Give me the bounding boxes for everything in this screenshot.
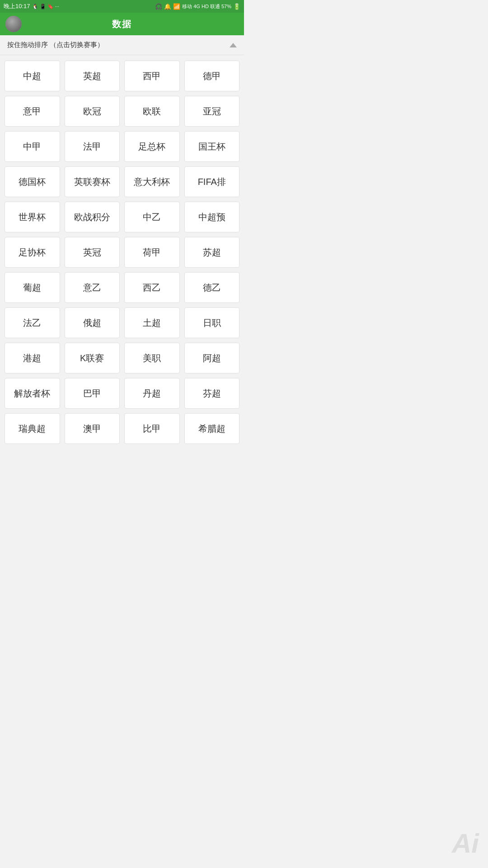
status-bar: 晚上10:17 🐧 📱 🔖 ··· 🎧 🔔 📶 移动 4G HD 联通 57% … bbox=[0, 0, 244, 13]
league-item[interactable]: 丹超 bbox=[124, 378, 180, 409]
league-item[interactable]: 中超 bbox=[5, 61, 60, 91]
league-item[interactable]: 瑞典超 bbox=[5, 413, 60, 444]
league-item[interactable]: 澳甲 bbox=[65, 413, 120, 444]
league-item[interactable]: 中甲 bbox=[5, 131, 60, 162]
league-item[interactable]: 国王杯 bbox=[184, 131, 240, 162]
sort-sub-text: （点击切换赛事） bbox=[50, 41, 104, 48]
headphone-icon: 🎧 bbox=[155, 3, 162, 10]
league-item[interactable]: 港超 bbox=[5, 343, 60, 373]
alarm-icon: 🔔 bbox=[164, 3, 171, 10]
sort-main-text: 按住拖动排序 bbox=[7, 41, 48, 48]
user-avatar[interactable] bbox=[5, 16, 22, 32]
league-item[interactable]: 西乙 bbox=[124, 272, 180, 303]
league-item[interactable]: 巴甲 bbox=[65, 378, 120, 409]
league-item[interactable]: 亚冠 bbox=[184, 96, 240, 127]
league-item[interactable]: 土超 bbox=[124, 307, 180, 338]
status-time: 晚上10:17 🐧 📱 🔖 ··· bbox=[4, 2, 59, 10]
league-item[interactable]: 世界杯 bbox=[5, 202, 60, 232]
league-item[interactable]: 阿超 bbox=[184, 343, 240, 373]
league-item[interactable]: 英超 bbox=[65, 61, 120, 91]
league-item[interactable]: 希腊超 bbox=[184, 413, 240, 444]
league-item[interactable]: K联赛 bbox=[65, 343, 120, 373]
league-item[interactable]: 葡超 bbox=[5, 272, 60, 303]
league-item[interactable]: 法乙 bbox=[5, 307, 60, 338]
league-item[interactable]: 芬超 bbox=[184, 378, 240, 409]
collapse-icon[interactable] bbox=[230, 43, 237, 47]
page-title: 数据 bbox=[112, 18, 132, 30]
league-grid: 中超英超西甲德甲意甲欧冠欧联亚冠中甲法甲足总杯国王杯德国杯英联赛杯意大利杯FIF… bbox=[0, 55, 244, 449]
notification-icons: 🐧 📱 🔖 ··· bbox=[32, 4, 59, 9]
league-item[interactable]: 德国杯 bbox=[5, 166, 60, 197]
sort-bar[interactable]: 按住拖动排序 （点击切换赛事） bbox=[0, 35, 244, 55]
app-header: 数据 bbox=[0, 13, 244, 35]
status-right-icons: 🎧 🔔 📶 移动 4G HD 联通 57% 🔋 bbox=[155, 3, 240, 10]
league-item[interactable]: 美职 bbox=[124, 343, 180, 373]
league-item[interactable]: 比甲 bbox=[124, 413, 180, 444]
league-item[interactable]: 西甲 bbox=[124, 61, 180, 91]
time-display: 晚上10:17 bbox=[4, 2, 30, 10]
league-item[interactable]: 中乙 bbox=[124, 202, 180, 232]
wifi-icon: 📶 bbox=[173, 3, 180, 10]
league-item[interactable]: 俄超 bbox=[65, 307, 120, 338]
league-item[interactable]: FIFA排 bbox=[184, 166, 240, 197]
league-item[interactable]: 英冠 bbox=[65, 237, 120, 268]
league-item[interactable]: 日职 bbox=[184, 307, 240, 338]
avatar-image bbox=[5, 16, 22, 32]
league-item[interactable]: 德乙 bbox=[184, 272, 240, 303]
league-item[interactable]: 苏超 bbox=[184, 237, 240, 268]
league-item[interactable]: 英联赛杯 bbox=[65, 166, 120, 197]
league-item[interactable]: 中超预 bbox=[184, 202, 240, 232]
league-item[interactable]: 意乙 bbox=[65, 272, 120, 303]
league-item[interactable]: 欧冠 bbox=[65, 96, 120, 127]
league-item[interactable]: 荷甲 bbox=[124, 237, 180, 268]
league-item[interactable]: 法甲 bbox=[65, 131, 120, 162]
battery-icon: 🔋 bbox=[233, 3, 240, 10]
league-item[interactable]: 欧战积分 bbox=[65, 202, 120, 232]
league-item[interactable]: 足协杯 bbox=[5, 237, 60, 268]
league-item[interactable]: 意甲 bbox=[5, 96, 60, 127]
league-item[interactable]: 欧联 bbox=[124, 96, 180, 127]
league-item[interactable]: 德甲 bbox=[184, 61, 240, 91]
league-item[interactable]: 足总杯 bbox=[124, 131, 180, 162]
carrier-info: 移动 4G HD 联通 57% bbox=[182, 3, 231, 10]
league-item[interactable]: 意大利杯 bbox=[124, 166, 180, 197]
sort-bar-label: 按住拖动排序 （点击切换赛事） bbox=[7, 41, 104, 49]
league-item[interactable]: 解放者杯 bbox=[5, 378, 60, 409]
